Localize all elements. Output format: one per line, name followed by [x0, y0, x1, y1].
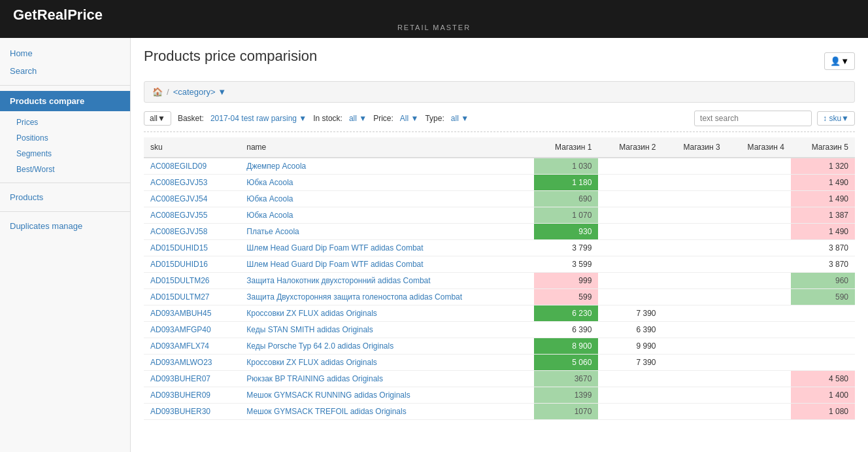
price-cell-m1: 930 — [534, 224, 598, 240]
name-cell[interactable]: Кеды Porsche Typ 64 2.0 adidas Originals — [240, 338, 534, 355]
price-cell-m5: 1 320 — [791, 158, 855, 175]
breadcrumb-bar: 🏠 / <category> ▼ — [144, 81, 855, 103]
price-cell-m1: 3 799 — [534, 240, 598, 256]
price-cell-m4 — [727, 289, 791, 305]
name-cell[interactable]: Кроссовки ZX FLUX adidas Originals — [240, 305, 534, 322]
price-cell-m1: 6 390 — [534, 322, 598, 338]
name-cell[interactable]: Юбка Acoola — [240, 207, 534, 224]
col-mag2: Магазин 2 — [598, 137, 662, 158]
sku-cell[interactable]: AD015DULTM26 — [144, 273, 240, 289]
price-cell-m3 — [663, 273, 727, 289]
sidebar-item-duplicates[interactable]: Duplicates manage — [0, 217, 130, 235]
price-value[interactable]: All ▼ — [400, 114, 419, 123]
name-cell[interactable]: Мешок GYMSACK TREFOIL adidas Originals — [240, 404, 534, 420]
price-cell-m2 — [598, 404, 662, 420]
price-cell-m5: 3 870 — [791, 240, 855, 256]
basket-value[interactable]: 2017-04 test raw parsing ▼ — [210, 114, 307, 123]
price-cell-m3 — [663, 191, 727, 207]
main-layout: Home Search Products compare Prices Posi… — [0, 38, 868, 452]
sidebar-sub-best-worst[interactable]: Best/Worst — [0, 162, 130, 177]
sidebar: Home Search Products compare Prices Posi… — [0, 38, 131, 452]
price-cell-m2 — [598, 387, 662, 404]
breadcrumb-category[interactable]: <category> ▼ — [173, 87, 227, 97]
price-cell-m1: 5 060 — [534, 355, 598, 371]
sidebar-item-products[interactable]: Products — [0, 188, 130, 206]
name-cell[interactable]: Кроссовки ZX FLUX adidas Originals — [240, 355, 534, 371]
price-cell-m2 — [598, 289, 662, 305]
price-cell-m5: 1 490 — [791, 224, 855, 240]
sku-cell[interactable]: AC008EGJVJ54 — [144, 191, 240, 207]
name-cell[interactable]: Рюкзак BP TRAINING adidas Originals — [240, 371, 534, 387]
sku-cell[interactable]: AD015DULTM27 — [144, 289, 240, 305]
brand-name: GetRealPrice — [13, 7, 103, 24]
breadcrumb-home-icon[interactable]: 🏠 — [152, 87, 163, 97]
sort-button[interactable]: ↕ sku▼ — [817, 111, 855, 126]
name-cell[interactable]: Мешок GYMSACK RUNNING adidas Originals — [240, 387, 534, 404]
sku-cell[interactable]: AD015DUHID16 — [144, 256, 240, 273]
price-cell-m1: 999 — [534, 273, 598, 289]
table-row: AD015DUHID16Шлем Head Guard Dip Foam WTF… — [144, 256, 855, 273]
table-header-row: sku name Магазин 1 Магазин 2 Магазин 3 М… — [144, 137, 855, 158]
col-mag3: Магазин 3 — [663, 137, 727, 158]
price-cell-m3 — [663, 338, 727, 355]
sku-cell[interactable]: AC008EGJVJ55 — [144, 207, 240, 224]
price-cell-m5: 1 387 — [791, 207, 855, 224]
price-cell-m5 — [791, 355, 855, 371]
name-cell[interactable]: Шлем Head Guard Dip Foam WTF adidas Comb… — [240, 240, 534, 256]
price-cell-m5 — [791, 305, 855, 322]
name-cell[interactable]: Защита Двухсторонняя защита голеностопа … — [240, 289, 534, 305]
sku-cell[interactable]: AC008EGJVJ58 — [144, 224, 240, 240]
price-cell-m5: 590 — [791, 289, 855, 305]
table-row: AD015DUHID15Шлем Head Guard Dip Foam WTF… — [144, 240, 855, 256]
sku-cell[interactable]: AC008EGJVJ53 — [144, 175, 240, 191]
name-cell[interactable]: Шлем Head Guard Dip Foam WTF adidas Comb… — [240, 256, 534, 273]
price-cell-m4 — [727, 191, 791, 207]
sku-cell[interactable]: AD093AMFLX74 — [144, 338, 240, 355]
name-cell[interactable]: Юбка Acoola — [240, 175, 534, 191]
col-mag4: Магазин 4 — [727, 137, 791, 158]
sku-cell[interactable]: AD093BUHER30 — [144, 404, 240, 420]
sidebar-sub-positions[interactable]: Positions — [0, 130, 130, 146]
main-content: Products price comparision 👤▼ 🏠 / <categ… — [131, 38, 868, 452]
price-cell-m5: 1 490 — [791, 191, 855, 207]
price-cell-m1: 1399 — [534, 387, 598, 404]
text-search-input[interactable] — [694, 111, 812, 126]
table-row: AC008EGJVJ53Юбка Acoola1 1801 490 — [144, 175, 855, 191]
price-cell-m2 — [598, 175, 662, 191]
price-cell-m3 — [663, 371, 727, 387]
sidebar-sub-prices[interactable]: Prices — [0, 114, 130, 130]
price-cell-m4 — [727, 273, 791, 289]
name-cell[interactable]: Платье Acoola — [240, 224, 534, 240]
sku-cell[interactable]: AD093AMFGP40 — [144, 322, 240, 338]
col-sku: sku — [144, 137, 240, 158]
sku-cell[interactable]: AD093AMLWO23 — [144, 355, 240, 371]
name-cell[interactable]: Юбка Acoola — [240, 191, 534, 207]
price-dropdown-icon: ▼ — [411, 114, 419, 123]
price-cell-m3 — [663, 387, 727, 404]
sku-cell[interactable]: AC008EGILD09 — [144, 158, 240, 175]
col-name: name — [240, 137, 534, 158]
type-value[interactable]: all ▼ — [451, 114, 469, 123]
table-row: AD093AMBUH45Кроссовки ZX FLUX adidas Ori… — [144, 305, 855, 322]
table-row: AC008EGJVJ55Юбка Acoola1 0701 387 — [144, 207, 855, 224]
sku-cell[interactable]: AD015DUHID15 — [144, 240, 240, 256]
type-dropdown-icon: ▼ — [461, 114, 469, 123]
name-cell[interactable]: Джемпер Acoola — [240, 158, 534, 175]
action-button[interactable]: 👤▼ — [824, 52, 855, 70]
in-stock-value[interactable]: all ▼ — [349, 114, 367, 123]
table-row: AD015DULTM27Защита Двухсторонняя защита … — [144, 289, 855, 305]
price-cell-m1: 8 900 — [534, 338, 598, 355]
price-cell-m3 — [663, 322, 727, 338]
sidebar-item-home[interactable]: Home — [0, 44, 130, 62]
name-cell[interactable]: Кеды STAN SMITH adidas Originals — [240, 322, 534, 338]
table-row: AD093BUHER07Рюкзак BP TRAINING adidas Or… — [144, 371, 855, 387]
sidebar-item-search[interactable]: Search — [0, 62, 130, 80]
all-filter-btn[interactable]: all▼ — [144, 111, 171, 126]
sidebar-item-products-compare[interactable]: Products compare — [0, 91, 130, 111]
sku-cell[interactable]: AD093BUHER07 — [144, 371, 240, 387]
sidebar-sub-segments[interactable]: Segments — [0, 146, 130, 162]
sku-cell[interactable]: AD093BUHER09 — [144, 387, 240, 404]
price-cell-m5: 3 870 — [791, 256, 855, 273]
name-cell[interactable]: Защита Налокотник двухсторонний adidas C… — [240, 273, 534, 289]
sku-cell[interactable]: AD093AMBUH45 — [144, 305, 240, 322]
